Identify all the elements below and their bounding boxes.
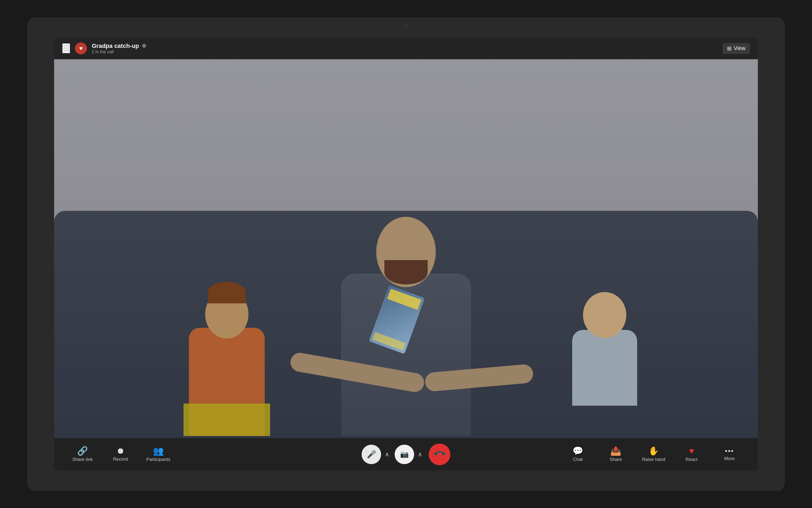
toolbar-right: 💬 Chat 📤 Share ✋ Raise hand ♥ React ••• [566, 447, 742, 462]
react-label: React [686, 457, 697, 462]
gear-icon[interactable]: ⚙ [142, 43, 146, 49]
call-avatar: ♥ [75, 42, 87, 54]
chat-icon: 💬 [572, 447, 583, 455]
call-subtitle: 2 in the call [92, 49, 146, 54]
more-button[interactable]: ••• More [717, 448, 742, 461]
laptop-frame: Detroit [27, 17, 785, 491]
record-button[interactable]: ⏺ Record [108, 447, 133, 462]
chat-label: Chat [573, 457, 583, 462]
call-info: Gradpa catch-up ⚙ 2 in the call [92, 42, 146, 54]
share-link-label: Share link [72, 457, 93, 462]
header-right: ⊞ View [723, 43, 750, 54]
react-button[interactable]: ♥ React [679, 447, 704, 462]
view-grid-icon: ⊞ [727, 45, 732, 52]
call-title: Gradpa catch-up ⚙ [92, 42, 146, 49]
chat-button[interactable]: 💬 Chat [566, 447, 590, 462]
toolbar-center: 🎤 ∧ 📷 ∧ 📞 [361, 443, 451, 465]
hamburger-button[interactable]: ☰ [62, 43, 70, 53]
bottom-toolbar: 🔗 Share link ⏺ Record 👥 Participants 🎤 [54, 438, 758, 471]
more-label: More [724, 456, 735, 461]
share-button[interactable]: 📤 Share [604, 447, 628, 462]
webcam-dot [404, 23, 408, 27]
share-link-button[interactable]: 🔗 Share link [70, 447, 95, 462]
record-label: Record [113, 457, 128, 462]
share-link-icon: 🔗 [77, 447, 88, 455]
view-label: View [734, 45, 745, 51]
camera-button[interactable]: 📷 [395, 445, 414, 464]
scene-container: Detroit [54, 38, 758, 471]
end-call-button[interactable]: 📞 [429, 443, 451, 465]
more-icon: ••• [725, 448, 734, 455]
mute-icon: 🎤 [367, 450, 376, 459]
call-title-text: Gradpa catch-up [92, 42, 139, 49]
avatar-heart-icon: ♥ [79, 45, 83, 52]
header-left: ☰ ♥ Gradpa catch-up ⚙ 2 in the call [62, 42, 146, 54]
raise-hand-button[interactable]: ✋ Raise hand [641, 447, 666, 462]
view-button[interactable]: ⊞ View [723, 43, 750, 54]
mute-chevron[interactable]: ∧ [384, 451, 390, 458]
share-label: Share [609, 457, 622, 462]
header-bar: ☰ ♥ Gradpa catch-up ⚙ 2 in the call ⊞ Vi… [54, 38, 758, 59]
camera-icon: 📷 [400, 450, 409, 459]
raise-hand-icon: ✋ [648, 447, 659, 455]
participants-icon: 👥 [153, 447, 164, 455]
laptop-screen: Detroit [54, 38, 758, 471]
video-overlay [54, 38, 758, 471]
mute-button[interactable]: 🎤 [361, 445, 381, 464]
participants-label: Participants [146, 457, 171, 462]
react-icon: ♥ [689, 447, 694, 455]
camera-chevron[interactable]: ∧ [417, 451, 423, 458]
participants-button[interactable]: 👥 Participants [146, 447, 171, 462]
toolbar-left: 🔗 Share link ⏺ Record 👥 Participants [70, 447, 171, 462]
video-area: Detroit [54, 38, 758, 471]
raise-hand-label: Raise hand [642, 457, 665, 462]
record-icon: ⏺ [116, 447, 125, 455]
share-icon: 📤 [610, 447, 621, 455]
end-call-icon: 📞 [433, 448, 446, 461]
